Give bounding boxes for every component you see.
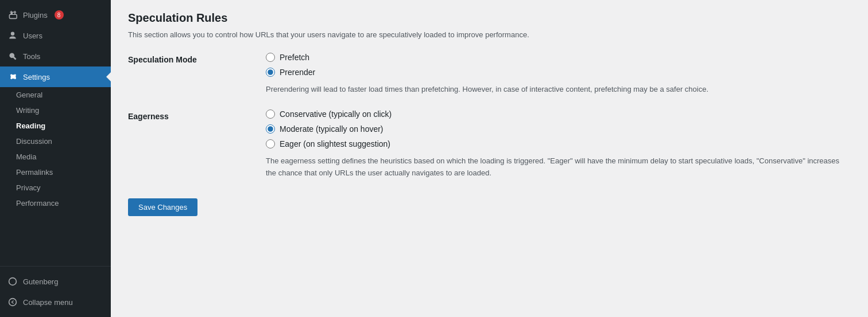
- sidebar: Plugins 8 Users Tools Settings Gener: [0, 0, 111, 317]
- save-button[interactable]: Save Changes: [128, 198, 197, 216]
- moderate-label: Moderate (typically on hover): [280, 124, 383, 134]
- sidebar-item-reading[interactable]: Reading: [0, 118, 111, 134]
- sidebar-item-privacy[interactable]: Privacy: [0, 180, 111, 195]
- sidebar-item-performance[interactable]: Performance: [0, 195, 111, 211]
- sidebar-item-settings-label: Settings: [23, 73, 50, 81]
- sidebar-item-reading-label: Reading: [16, 122, 45, 130]
- sidebar-item-performance-label: Performance: [16, 199, 59, 208]
- sidebar-item-media[interactable]: Media: [0, 149, 111, 165]
- main-content: Speculation Rules This section allows yo…: [111, 0, 868, 317]
- sidebar-item-gutenberg[interactable]: Gutenberg: [0, 271, 111, 292]
- svg-point-0: [9, 278, 17, 285]
- prefetch-label: Prefetch: [280, 53, 309, 62]
- tools-icon: [7, 50, 18, 62]
- sidebar-item-privacy-label: Privacy: [16, 183, 41, 192]
- sidebar-item-permalinks-label: Permalinks: [16, 168, 53, 177]
- eagerness-field: Conservative (typically on click) Modera…: [266, 109, 851, 179]
- sidebar-item-general[interactable]: General: [0, 87, 111, 103]
- conservative-label: Conservative (typically on click): [280, 109, 392, 119]
- sidebar-item-tools[interactable]: Tools: [0, 46, 111, 66]
- eagerness-radio-group: Conservative (typically on click) Modera…: [266, 109, 851, 148]
- prerender-option[interactable]: Prerender: [266, 68, 851, 77]
- speculation-mode-label: Speculation Mode: [128, 53, 266, 96]
- eager-option[interactable]: Eager (on slightest suggestion): [266, 139, 851, 148]
- prerender-label: Prerender: [280, 68, 315, 77]
- speculation-mode-description: Prerendering will lead to faster load ti…: [266, 84, 851, 96]
- plugins-badge: 8: [55, 10, 64, 19]
- sidebar-item-gutenberg-label: Gutenberg: [23, 277, 58, 286]
- svg-point-1: [9, 299, 17, 306]
- sidebar-item-permalinks[interactable]: Permalinks: [0, 165, 111, 180]
- moderate-radio[interactable]: [266, 124, 275, 134]
- eagerness-row: Eagerness Conservative (typically on cli…: [128, 109, 851, 179]
- prefetch-radio[interactable]: [266, 53, 275, 62]
- sidebar-top: Plugins 8 Users Tools Settings Gener: [0, 0, 111, 216]
- sidebar-item-media-label: Media: [16, 152, 36, 161]
- sidebar-item-plugins[interactable]: Plugins 8: [0, 5, 111, 25]
- eagerness-label: Eagerness: [128, 109, 266, 179]
- sidebar-item-users-label: Users: [23, 32, 42, 40]
- conservative-radio[interactable]: [266, 109, 275, 119]
- sidebar-item-general-label: General: [16, 91, 42, 99]
- sidebar-item-collapse[interactable]: Collapse menu: [0, 292, 111, 312]
- speculation-mode-row: Speculation Mode Prefetch Prerender Prer…: [128, 53, 851, 96]
- speculation-mode-field: Prefetch Prerender Prerendering will lea…: [266, 53, 851, 96]
- sidebar-item-users[interactable]: Users: [0, 25, 111, 46]
- users-icon: [7, 30, 18, 41]
- sidebar-item-collapse-label: Collapse menu: [23, 298, 73, 307]
- sidebar-item-writing-label: Writing: [16, 106, 39, 115]
- collapse-icon: [7, 296, 18, 308]
- sidebar-item-tools-label: Tools: [23, 52, 40, 61]
- sidebar-bottom: Gutenberg Collapse menu: [0, 266, 111, 317]
- sidebar-item-discussion-label: Discussion: [16, 137, 52, 146]
- sidebar-item-discussion[interactable]: Discussion: [0, 134, 111, 149]
- eager-radio[interactable]: [266, 139, 275, 148]
- sidebar-item-plugins-label: Plugins: [23, 11, 48, 19]
- moderate-option[interactable]: Moderate (typically on hover): [266, 124, 851, 134]
- eager-label: Eager (on slightest suggestion): [280, 139, 390, 148]
- speculation-mode-radio-group: Prefetch Prerender: [266, 53, 851, 77]
- conservative-option[interactable]: Conservative (typically on click): [266, 109, 851, 119]
- settings-sub-menu: General Writing Reading Discussion Media…: [0, 87, 111, 211]
- eagerness-description: The eagerness setting defines the heuris…: [266, 155, 851, 179]
- prerender-radio[interactable]: [266, 68, 275, 77]
- page-title: Speculation Rules: [128, 11, 851, 25]
- prefetch-option[interactable]: Prefetch: [266, 53, 851, 62]
- plugin-icon: [7, 9, 18, 21]
- sidebar-active-arrow: [106, 72, 111, 81]
- gutenberg-icon: [7, 276, 18, 287]
- sidebar-item-settings[interactable]: Settings: [0, 66, 111, 87]
- sidebar-item-writing[interactable]: Writing: [0, 103, 111, 118]
- section-description: This section allows you to control how U…: [128, 30, 851, 39]
- settings-icon: [7, 71, 18, 83]
